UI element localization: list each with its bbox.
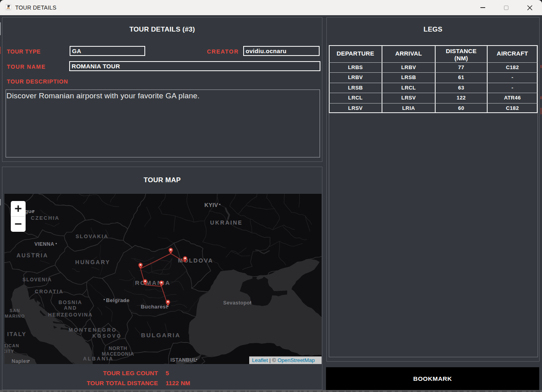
svg-text:UKRAINE: UKRAINE [210, 219, 242, 226]
svg-text:KOSOVO: KOSOVO [92, 333, 122, 339]
svg-text:BULGARIA: BULGARIA [141, 332, 180, 338]
svg-text:SLOVAKIA: SLOVAKIA [76, 233, 108, 239]
svg-text:Bucharest: Bucharest [141, 304, 168, 310]
svg-text:Belgrade: Belgrade [106, 297, 130, 303]
svg-text:CZECHIA: CZECHIA [31, 215, 60, 221]
svg-text:ITALY: ITALY [7, 331, 26, 337]
svg-text:ROMANIA: ROMANIA [135, 279, 170, 286]
svg-text:NORTH: NORTH [109, 346, 128, 351]
svg-text:Naples: Naples [12, 358, 29, 364]
svg-text:SLOVENIA: SLOVENIA [22, 277, 52, 283]
svg-text:VATICAN: VATICAN [4, 343, 19, 348]
svg-text:VIENNA: VIENNA [34, 241, 54, 247]
svg-text:HUNGARY: HUNGARY [75, 259, 110, 265]
svg-text:ALBANIA: ALBANIA [83, 356, 114, 362]
svg-text:Leaflet | © OpenStreetMap: Leaflet | © OpenStreetMap [252, 357, 315, 363]
svg-text:MONTENEGRO: MONTENEGRO [69, 327, 117, 333]
svg-text:CROATIA: CROATIA [35, 289, 64, 294]
svg-text:AND: AND [64, 305, 77, 311]
svg-text:CITY: CITY [4, 349, 14, 354]
svg-text:Sevastopol: Sevastopol [223, 300, 252, 306]
svg-text:MARINO: MARINO [5, 314, 25, 318]
svg-text:HERZEGOVINA: HERZEGOVINA [48, 312, 92, 318]
svg-text:KYIV: KYIV [204, 202, 218, 208]
svg-text:BOSNIA: BOSNIA [58, 300, 82, 305]
svg-text:AUSTRIA: AUSTRIA [16, 252, 48, 259]
svg-text:SAN: SAN [10, 308, 20, 313]
svg-text:ISTANBUL: ISTANBUL [170, 357, 196, 363]
